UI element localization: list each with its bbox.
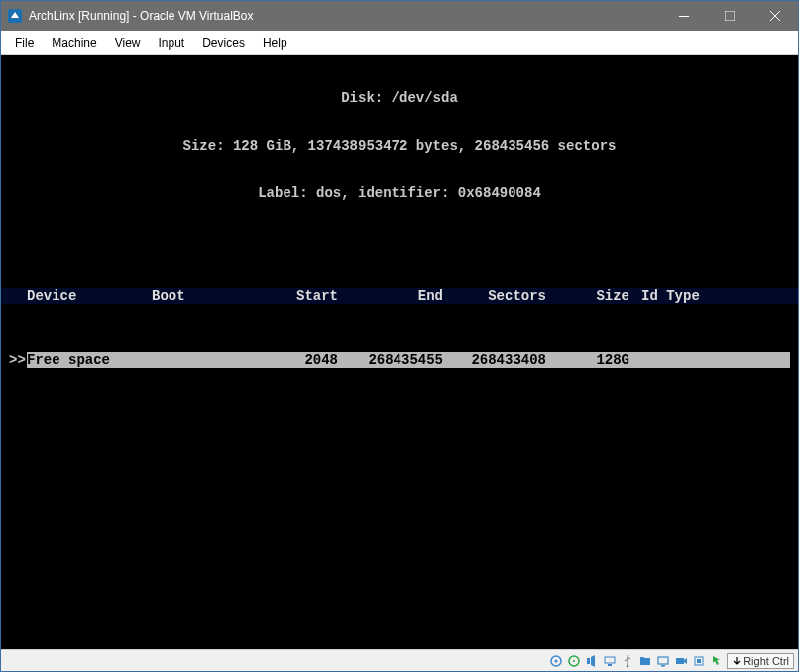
display-icon[interactable]	[655, 653, 671, 669]
svg-rect-14	[661, 665, 665, 667]
terminal[interactable]: Disk: /dev/sda Size: 128 GiB, 1374389534…	[1, 55, 798, 649]
cell-sectors: 268433408	[455, 352, 558, 368]
network-icon[interactable]	[602, 653, 618, 669]
cell-size: 128G	[558, 352, 641, 368]
maximize-button[interactable]	[707, 1, 752, 31]
svg-rect-11	[640, 658, 650, 665]
disk-size: Size: 128 GiB, 137438953472 bytes, 26843…	[1, 138, 798, 154]
cell-end: 268435455	[350, 352, 455, 368]
mouse-integration-icon[interactable]	[709, 653, 725, 669]
disk-header: Disk: /dev/sda	[1, 90, 798, 106]
host-key-indicator[interactable]: Right Ctrl	[727, 653, 794, 669]
col-header-start: Start	[251, 288, 350, 304]
cell-device: Free space	[27, 352, 152, 368]
minimize-button[interactable]	[661, 1, 707, 31]
vm-statusbar: Right Ctrl	[1, 649, 798, 671]
disk-label: Label: dos, identifier: 0x68490084	[1, 185, 798, 201]
svg-rect-13	[658, 657, 668, 664]
row-marker: >>	[9, 352, 27, 368]
host-key-label: Right Ctrl	[743, 655, 789, 667]
table-row-selected[interactable]: >> Free space 2048 268435455 268433408 1…	[1, 352, 798, 368]
col-header-size: Size	[558, 288, 641, 304]
arrow-down-icon	[732, 656, 742, 666]
svg-rect-12	[640, 657, 644, 659]
svg-rect-8	[605, 657, 615, 663]
recording-icon[interactable]	[673, 653, 689, 669]
svg-rect-9	[608, 664, 612, 666]
cell-boot	[152, 352, 251, 368]
col-header-idtype: Id Type	[641, 288, 790, 304]
svg-rect-7	[587, 658, 590, 664]
svg-rect-2	[725, 11, 735, 21]
window-title: ArchLinx [Running] - Oracle VM VirtualBo…	[29, 9, 661, 23]
col-header-sectors: Sectors	[455, 288, 558, 304]
menubar: File Machine View Input Devices Help	[1, 31, 798, 55]
close-button[interactable]	[752, 1, 798, 31]
usb-icon[interactable]	[620, 653, 635, 669]
cell-idtype	[641, 352, 790, 368]
table-header-row: Device Boot Start End Sectors Size Id Ty…	[1, 288, 798, 304]
window-titlebar: ArchLinx [Running] - Oracle VM VirtualBo…	[1, 1, 798, 31]
col-header-end: End	[350, 288, 455, 304]
svg-rect-15	[676, 658, 684, 664]
svg-point-4	[555, 659, 558, 662]
svg-point-6	[573, 660, 575, 662]
menu-machine[interactable]: Machine	[44, 33, 104, 53]
audio-icon[interactable]	[584, 653, 600, 669]
menu-help[interactable]: Help	[255, 33, 295, 53]
col-header-device: Device	[27, 288, 152, 304]
menu-file[interactable]: File	[7, 33, 42, 53]
col-header-boot: Boot	[152, 288, 251, 304]
menu-devices[interactable]: Devices	[194, 33, 253, 53]
app-icon	[7, 8, 23, 24]
cpu-icon[interactable]	[691, 653, 707, 669]
svg-rect-17	[697, 659, 701, 663]
menu-view[interactable]: View	[107, 33, 149, 53]
optical-disk-icon[interactable]	[566, 653, 582, 669]
svg-rect-1	[679, 16, 689, 17]
cell-start: 2048	[251, 352, 350, 368]
menu-input[interactable]: Input	[151, 33, 193, 53]
svg-point-10	[627, 664, 629, 667]
shared-folder-icon[interactable]	[637, 653, 653, 669]
hard-disk-icon[interactable]	[548, 653, 564, 669]
